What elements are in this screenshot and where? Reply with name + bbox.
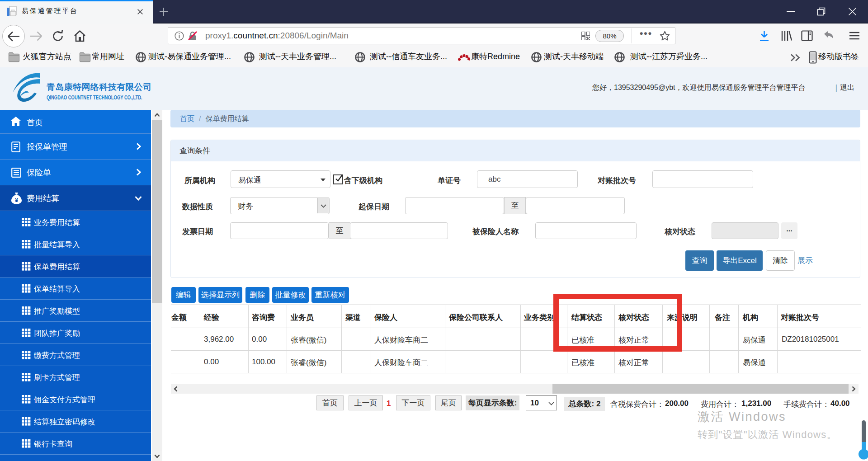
svg-text:¥: ¥: [15, 197, 18, 203]
